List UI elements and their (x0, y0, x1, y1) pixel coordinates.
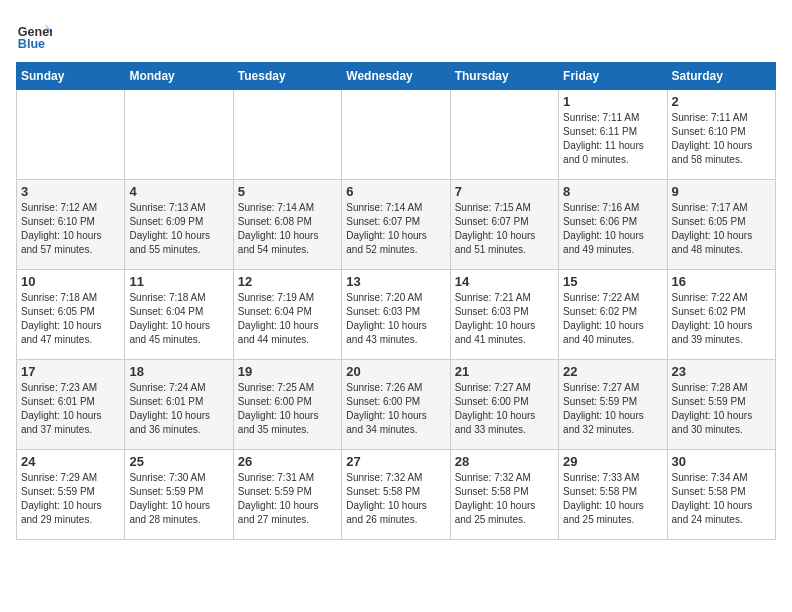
weekday-header-monday: Monday (125, 63, 233, 90)
day-info: Sunrise: 7:11 AM Sunset: 6:10 PM Dayligh… (672, 111, 771, 167)
day-number: 4 (129, 184, 228, 199)
day-cell: 29Sunrise: 7:33 AM Sunset: 5:58 PM Dayli… (559, 450, 667, 540)
day-info: Sunrise: 7:17 AM Sunset: 6:05 PM Dayligh… (672, 201, 771, 257)
day-number: 1 (563, 94, 662, 109)
weekday-header-friday: Friday (559, 63, 667, 90)
day-cell: 11Sunrise: 7:18 AM Sunset: 6:04 PM Dayli… (125, 270, 233, 360)
day-cell: 10Sunrise: 7:18 AM Sunset: 6:05 PM Dayli… (17, 270, 125, 360)
day-number: 5 (238, 184, 337, 199)
day-info: Sunrise: 7:30 AM Sunset: 5:59 PM Dayligh… (129, 471, 228, 527)
day-number: 9 (672, 184, 771, 199)
day-cell (233, 90, 341, 180)
weekday-header-wednesday: Wednesday (342, 63, 450, 90)
day-info: Sunrise: 7:22 AM Sunset: 6:02 PM Dayligh… (563, 291, 662, 347)
day-cell: 20Sunrise: 7:26 AM Sunset: 6:00 PM Dayli… (342, 360, 450, 450)
day-info: Sunrise: 7:20 AM Sunset: 6:03 PM Dayligh… (346, 291, 445, 347)
day-info: Sunrise: 7:32 AM Sunset: 5:58 PM Dayligh… (455, 471, 554, 527)
day-number: 14 (455, 274, 554, 289)
day-number: 30 (672, 454, 771, 469)
day-number: 8 (563, 184, 662, 199)
day-cell: 14Sunrise: 7:21 AM Sunset: 6:03 PM Dayli… (450, 270, 558, 360)
day-number: 22 (563, 364, 662, 379)
day-number: 11 (129, 274, 228, 289)
day-info: Sunrise: 7:25 AM Sunset: 6:00 PM Dayligh… (238, 381, 337, 437)
day-info: Sunrise: 7:26 AM Sunset: 6:00 PM Dayligh… (346, 381, 445, 437)
day-cell: 13Sunrise: 7:20 AM Sunset: 6:03 PM Dayli… (342, 270, 450, 360)
day-number: 24 (21, 454, 120, 469)
day-info: Sunrise: 7:27 AM Sunset: 5:59 PM Dayligh… (563, 381, 662, 437)
day-cell: 19Sunrise: 7:25 AM Sunset: 6:00 PM Dayli… (233, 360, 341, 450)
day-number: 19 (238, 364, 337, 379)
day-cell: 15Sunrise: 7:22 AM Sunset: 6:02 PM Dayli… (559, 270, 667, 360)
day-cell: 25Sunrise: 7:30 AM Sunset: 5:59 PM Dayli… (125, 450, 233, 540)
day-number: 18 (129, 364, 228, 379)
day-info: Sunrise: 7:31 AM Sunset: 5:59 PM Dayligh… (238, 471, 337, 527)
weekday-header-sunday: Sunday (17, 63, 125, 90)
day-info: Sunrise: 7:32 AM Sunset: 5:58 PM Dayligh… (346, 471, 445, 527)
day-number: 28 (455, 454, 554, 469)
weekday-header-tuesday: Tuesday (233, 63, 341, 90)
day-cell: 4Sunrise: 7:13 AM Sunset: 6:09 PM Daylig… (125, 180, 233, 270)
week-row-5: 24Sunrise: 7:29 AM Sunset: 5:59 PM Dayli… (17, 450, 776, 540)
weekday-header-saturday: Saturday (667, 63, 775, 90)
calendar-table: SundayMondayTuesdayWednesdayThursdayFrid… (16, 62, 776, 540)
day-number: 20 (346, 364, 445, 379)
day-number: 21 (455, 364, 554, 379)
day-cell: 27Sunrise: 7:32 AM Sunset: 5:58 PM Dayli… (342, 450, 450, 540)
day-number: 26 (238, 454, 337, 469)
day-info: Sunrise: 7:13 AM Sunset: 6:09 PM Dayligh… (129, 201, 228, 257)
day-number: 27 (346, 454, 445, 469)
day-cell: 17Sunrise: 7:23 AM Sunset: 6:01 PM Dayli… (17, 360, 125, 450)
day-number: 6 (346, 184, 445, 199)
day-cell: 23Sunrise: 7:28 AM Sunset: 5:59 PM Dayli… (667, 360, 775, 450)
day-number: 12 (238, 274, 337, 289)
day-cell: 30Sunrise: 7:34 AM Sunset: 5:58 PM Dayli… (667, 450, 775, 540)
day-cell: 28Sunrise: 7:32 AM Sunset: 5:58 PM Dayli… (450, 450, 558, 540)
logo-icon: General Blue (16, 16, 52, 52)
day-cell: 5Sunrise: 7:14 AM Sunset: 6:08 PM Daylig… (233, 180, 341, 270)
day-number: 29 (563, 454, 662, 469)
day-info: Sunrise: 7:29 AM Sunset: 5:59 PM Dayligh… (21, 471, 120, 527)
day-cell: 26Sunrise: 7:31 AM Sunset: 5:59 PM Dayli… (233, 450, 341, 540)
day-cell (125, 90, 233, 180)
day-cell: 22Sunrise: 7:27 AM Sunset: 5:59 PM Dayli… (559, 360, 667, 450)
day-info: Sunrise: 7:21 AM Sunset: 6:03 PM Dayligh… (455, 291, 554, 347)
day-info: Sunrise: 7:15 AM Sunset: 6:07 PM Dayligh… (455, 201, 554, 257)
week-row-4: 17Sunrise: 7:23 AM Sunset: 6:01 PM Dayli… (17, 360, 776, 450)
week-row-1: 1Sunrise: 7:11 AM Sunset: 6:11 PM Daylig… (17, 90, 776, 180)
svg-text:Blue: Blue (18, 37, 45, 51)
day-cell (342, 90, 450, 180)
day-info: Sunrise: 7:14 AM Sunset: 6:08 PM Dayligh… (238, 201, 337, 257)
day-cell (450, 90, 558, 180)
day-info: Sunrise: 7:18 AM Sunset: 6:04 PM Dayligh… (129, 291, 228, 347)
day-cell: 1Sunrise: 7:11 AM Sunset: 6:11 PM Daylig… (559, 90, 667, 180)
day-cell (17, 90, 125, 180)
day-number: 10 (21, 274, 120, 289)
day-info: Sunrise: 7:18 AM Sunset: 6:05 PM Dayligh… (21, 291, 120, 347)
day-number: 25 (129, 454, 228, 469)
day-info: Sunrise: 7:14 AM Sunset: 6:07 PM Dayligh… (346, 201, 445, 257)
day-cell: 18Sunrise: 7:24 AM Sunset: 6:01 PM Dayli… (125, 360, 233, 450)
day-number: 7 (455, 184, 554, 199)
week-row-2: 3Sunrise: 7:12 AM Sunset: 6:10 PM Daylig… (17, 180, 776, 270)
day-info: Sunrise: 7:11 AM Sunset: 6:11 PM Dayligh… (563, 111, 662, 167)
day-info: Sunrise: 7:27 AM Sunset: 6:00 PM Dayligh… (455, 381, 554, 437)
day-info: Sunrise: 7:22 AM Sunset: 6:02 PM Dayligh… (672, 291, 771, 347)
day-cell: 21Sunrise: 7:27 AM Sunset: 6:00 PM Dayli… (450, 360, 558, 450)
page-header: General Blue (16, 16, 776, 52)
day-cell: 12Sunrise: 7:19 AM Sunset: 6:04 PM Dayli… (233, 270, 341, 360)
day-number: 3 (21, 184, 120, 199)
day-info: Sunrise: 7:12 AM Sunset: 6:10 PM Dayligh… (21, 201, 120, 257)
day-cell: 7Sunrise: 7:15 AM Sunset: 6:07 PM Daylig… (450, 180, 558, 270)
day-number: 16 (672, 274, 771, 289)
week-row-3: 10Sunrise: 7:18 AM Sunset: 6:05 PM Dayli… (17, 270, 776, 360)
day-cell: 6Sunrise: 7:14 AM Sunset: 6:07 PM Daylig… (342, 180, 450, 270)
day-number: 15 (563, 274, 662, 289)
day-cell: 3Sunrise: 7:12 AM Sunset: 6:10 PM Daylig… (17, 180, 125, 270)
day-info: Sunrise: 7:16 AM Sunset: 6:06 PM Dayligh… (563, 201, 662, 257)
day-info: Sunrise: 7:28 AM Sunset: 5:59 PM Dayligh… (672, 381, 771, 437)
day-cell: 24Sunrise: 7:29 AM Sunset: 5:59 PM Dayli… (17, 450, 125, 540)
weekday-header-thursday: Thursday (450, 63, 558, 90)
day-info: Sunrise: 7:34 AM Sunset: 5:58 PM Dayligh… (672, 471, 771, 527)
logo: General Blue (16, 16, 56, 52)
